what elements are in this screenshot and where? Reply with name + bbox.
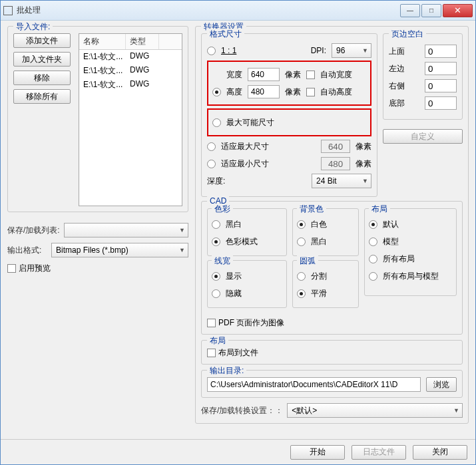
fit-max-radio[interactable] [207,142,216,151]
save-convert-label: 保存/加载转换设置：： [201,405,283,416]
window-title: 批处理 [17,5,399,16]
arc-split-radio[interactable] [297,272,306,281]
output-dir-group: 输出目录: 浏览 [201,370,463,398]
dpi-select[interactable]: 96▼ [332,43,371,58]
layout-group: 布局 默认 模型 所有布局 所有布局与模型 [364,208,457,296]
import-legend: 导入文件: [13,21,53,33]
color-bw-radio[interactable] [212,220,220,229]
dialog-window: 批处理 — □ ✕ 导入文件: 添加文件 加入文件夹 移除 移除所有 [0,0,476,465]
checkbox-icon [7,264,16,273]
arc-smooth-radio[interactable] [297,289,306,298]
output-dir-input[interactable] [207,377,421,392]
auto-width-checkbox[interactable] [306,71,315,79]
layout-model-radio[interactable] [369,237,377,246]
remove-button[interactable]: 移除 [13,71,71,85]
add-folder-button[interactable]: 加入文件夹 [13,52,71,67]
list-item[interactable]: E:\1-软文...DWG [79,78,182,92]
chevron-down-icon: ▼ [362,178,368,184]
file-list[interactable]: 名称 类型 E:\1-软文...DWG E:\1-软文...DWG E:\1-软… [79,33,182,206]
max-possible-radio[interactable] [212,118,221,127]
dialog-footer: 开始 日志文件 关闭 [1,439,475,464]
height-input[interactable] [248,85,280,98]
list-item[interactable]: E:\1-软文...DWG [79,64,182,78]
layout-default-radio[interactable] [369,220,377,229]
color-group: 色彩 黑白 色彩模式 [207,208,287,256]
column-type[interactable]: 类型 [126,34,159,49]
bgcolor-group: 背景色 白色 黑白 [292,208,359,256]
log-file-button: 日志文件 [352,445,406,460]
fit-min-radio[interactable] [207,160,216,168]
enable-preview-checkbox[interactable]: 启用预览 [7,263,188,274]
linew-hide-radio[interactable] [212,289,220,298]
format-size-group: 格式尺寸 1 : 1 DPI: 96▼ 宽度 [201,33,377,197]
linew-show-radio[interactable] [212,272,220,281]
chevron-down-icon: ▼ [179,227,185,233]
arc-group: 圆弧 分割 平滑 [292,260,359,308]
fit-min-input [321,157,350,170]
save-convert-select[interactable]: <默认>▼ [287,403,463,418]
layout-all-model-radio[interactable] [369,272,377,281]
start-button[interactable]: 开始 [290,445,345,460]
remove-all-button[interactable]: 移除所有 [13,89,71,104]
custom-margins-button: 自定义 [383,129,463,144]
save-list-label: 保存/加载列表: [7,225,60,236]
width-height-radio[interactable] [212,88,221,96]
titlebar[interactable]: 批处理 — □ ✕ [1,1,475,21]
margins-group: 页边空白 上面 左边 右侧 底部 [383,33,463,120]
color-mode-radio[interactable] [212,237,220,246]
import-files-group: 导入文件: 添加文件 加入文件夹 移除 移除所有 名称 类型 E:\1-软文..… [7,26,188,212]
width-input[interactable] [248,68,280,81]
save-list-select[interactable]: ▼ [64,223,188,237]
chevron-down-icon: ▼ [179,247,185,253]
bg-black-radio[interactable] [297,237,306,246]
margin-top-input[interactable] [425,45,457,58]
checkbox-icon [207,319,216,327]
add-file-button[interactable]: 添加文件 [13,33,71,48]
ratio-1-1-radio[interactable] [207,47,216,55]
bg-white-radio[interactable] [297,220,306,229]
chevron-down-icon: ▼ [362,47,368,54]
chevron-down-icon: ▼ [453,407,459,414]
converter-settings-group: 转换器设置 格式尺寸 1 : 1 DPI: 96▼ [195,26,469,424]
layout-file-group: 布局 布局到文件 [201,340,463,365]
fit-max-input [321,140,350,153]
maximize-button[interactable]: □ [421,4,441,17]
minimize-button[interactable]: — [400,4,420,17]
out-format-label: 输出格式: [7,245,47,256]
auto-height-checkbox[interactable] [306,88,315,96]
checkbox-icon [207,349,216,357]
browse-button[interactable]: 浏览 [426,377,457,392]
close-dialog-button[interactable]: 关闭 [413,445,467,460]
pdf-as-image-checkbox[interactable]: PDF 页面作为图像 [207,317,457,329]
layout-to-file-checkbox[interactable]: 布局到文件 [207,347,457,359]
list-item[interactable]: E:\1-软文...DWG [79,50,182,64]
app-icon [3,6,13,15]
depth-select[interactable]: 24 Bit▼ [312,174,371,188]
margin-bottom-input[interactable] [425,96,457,110]
linewidth-group: 线宽 显示 隐藏 [207,260,287,308]
layout-all-radio[interactable] [369,255,377,263]
out-format-select[interactable]: Bitmap Files (*.bmp)▼ [51,243,188,257]
margin-left-input[interactable] [425,62,457,75]
close-button[interactable]: ✕ [443,4,473,17]
margin-right-input[interactable] [425,79,457,92]
column-name[interactable]: 名称 [79,34,126,49]
cad-group: CAD 色彩 黑白 色彩模式 线宽 显示 隐藏 [201,201,463,335]
